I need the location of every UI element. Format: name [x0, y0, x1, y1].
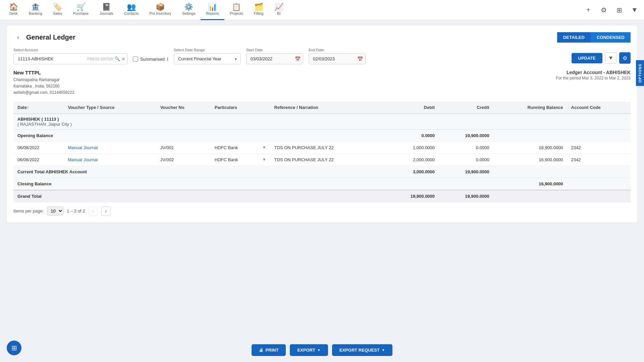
row2-running-balance: 16,900.0000: [493, 154, 567, 166]
row2-account-code: 2342: [567, 154, 631, 166]
pro-inventory-icon: 📦: [156, 3, 165, 11]
company-section: New TTTPL Channapatna Ramanagar Karnatak…: [13, 70, 631, 96]
grand-total-running: [493, 190, 567, 202]
nav-item-projects[interactable]: 📋 Projects: [224, 0, 249, 20]
options-tab[interactable]: OPTIONS: [636, 60, 644, 86]
row1-debit: 1,000.0000: [384, 141, 439, 154]
summarised-filter-group: Summarised ℹ: [133, 56, 168, 64]
end-date-wrap: 📅: [309, 53, 366, 64]
grand-total-row: Grand Total 19,900.0000 19,900.0000: [13, 190, 631, 202]
grand-total-debit: 19,900.0000: [384, 190, 439, 202]
current-total-running: [493, 166, 567, 178]
date-range-select[interactable]: Current Financial Year Last Financial Ye…: [174, 53, 241, 64]
col-date[interactable]: Date↑: [13, 102, 64, 114]
export-request-button[interactable]: EXPORT REQUEST ▼: [332, 344, 392, 356]
grid-icon: ⊞: [11, 344, 17, 352]
grid-view-button[interactable]: ⊞: [613, 4, 625, 16]
ledger-info: Ledger Account - ABHISHEK For the period…: [556, 70, 631, 80]
nav-item-pro-inventory[interactable]: 📦 Pro Inventory: [144, 0, 176, 20]
company-address-line3: ashish@gmail.com, 01144556222: [13, 89, 74, 96]
table-row: 06/08/2022 Manual Journal JV/001 HDFC Ba…: [13, 141, 631, 154]
projects-icon: 📋: [232, 3, 241, 11]
filling-icon: 🗂️: [254, 3, 263, 11]
row1-voucher-type-link[interactable]: Manual Journal: [68, 145, 98, 150]
table-row: 06/08/2022 Manual Journal JV/002 HDFC Ba…: [13, 154, 631, 166]
nav-item-journals[interactable]: 📓 Journals: [94, 0, 119, 20]
ledger-account-title: Ledger Account - ABHISHEK: [556, 70, 631, 75]
start-date-label: Start Date: [246, 48, 303, 52]
top-navigation: 🏠 Desk 🏦 Banking 🏷️ Sales 🛒 Purchase 📓 J…: [0, 0, 644, 20]
company-info: New TTTPL Channapatna Ramanagar Karnatak…: [13, 70, 74, 96]
nav-item-settings[interactable]: ⚙️ Settings: [177, 0, 201, 20]
add-button[interactable]: +: [582, 4, 594, 16]
start-date-input[interactable]: [246, 53, 303, 64]
detailed-view-button[interactable]: DETAILED: [557, 32, 591, 43]
nav-chevron-button[interactable]: ▼: [629, 4, 641, 16]
nav-item-contacts[interactable]: 👥 Contacts: [119, 0, 144, 20]
end-date-label: End Date: [309, 48, 366, 52]
print-button[interactable]: 🖨 PRINT: [252, 344, 286, 356]
filter-button[interactable]: ▼: [605, 52, 616, 64]
date-range-filter-group: Select Date Range Current Financial Year…: [174, 48, 241, 64]
column-settings-button[interactable]: ⚙: [619, 52, 631, 64]
grand-total-code: [567, 190, 631, 202]
nav-label-contacts: Contacts: [124, 11, 139, 15]
closing-balance-debit: [384, 178, 439, 190]
page-title: General Ledger: [26, 34, 75, 41]
settings-icon: ⚙️: [184, 3, 193, 11]
nav-label-pro-inventory: Pro Inventory: [149, 11, 171, 15]
clear-icon[interactable]: ✕: [121, 56, 125, 62]
end-date-filter-group: End Date 📅: [309, 48, 366, 64]
current-total-debit: 3,000.0000: [384, 166, 439, 178]
back-button[interactable]: ‹: [13, 33, 23, 42]
prev-page-button[interactable]: ‹: [89, 206, 98, 216]
banking-icon: 🏦: [31, 3, 40, 11]
row2-voucher-type-link[interactable]: Manual Journal: [68, 157, 98, 162]
nav-item-sales[interactable]: 🏷️ Sales: [48, 0, 68, 20]
row2-credit: 0.0000: [439, 154, 493, 166]
row2-expand-icon[interactable]: ▼: [262, 157, 266, 162]
info-icon[interactable]: ℹ: [167, 57, 168, 62]
col-debit: Debit: [384, 102, 439, 114]
company-name: New TTTPL: [13, 70, 74, 75]
ledger-period: For the period Mar 3, 2022 to Mar 2, 202…: [556, 76, 631, 80]
per-page-select[interactable]: 10 25 50: [47, 206, 63, 216]
bottom-bar: 🖨 PRINT EXPORT ▼ EXPORT REQUEST ▼: [0, 340, 644, 362]
end-date-input[interactable]: [309, 53, 366, 64]
nav-item-banking[interactable]: 🏦 Banking: [23, 0, 48, 20]
nav-item-filling[interactable]: 🗂️ Filling: [249, 0, 269, 20]
condensed-view-button[interactable]: CONDENSED: [591, 32, 631, 43]
export-button[interactable]: EXPORT ▼: [290, 344, 328, 356]
current-total-row: Current Total ABHISHEK Account 3,000.000…: [13, 166, 631, 178]
nav-item-desk[interactable]: 🏠 Desk: [3, 0, 23, 20]
row1-particulars-cell: HDFC Bank ▼: [215, 145, 266, 150]
company-address-line1: Channapatna Ramanagar: [13, 77, 74, 83]
grand-total-label: Grand Total: [13, 190, 384, 202]
account-filter-label: Select Account: [13, 48, 127, 52]
nav-item-reports[interactable]: 📊 Reports: [201, 0, 224, 20]
global-settings-button[interactable]: ⚙: [598, 4, 610, 16]
row1-expand-icon[interactable]: ▼: [262, 145, 266, 150]
search-icon[interactable]: 🔍: [115, 56, 120, 61]
row2-particulars: HDFC Bank ▼: [211, 154, 270, 166]
nav-item-purchase[interactable]: 🛒 Purchase: [68, 0, 94, 20]
table-body: ABHISHEK ( 11113 ) ( RAJASTHAN ,Jaipur C…: [13, 114, 631, 202]
purchase-icon: 🛒: [76, 3, 86, 11]
grid-icon-button[interactable]: ⊞: [7, 341, 21, 355]
nav-item-bi[interactable]: 📈 BI: [269, 0, 289, 20]
account-filter-group: Select Account PRESS ENTER 🔍 ✕: [13, 48, 127, 64]
row1-voucher-no: JV/001: [156, 141, 211, 154]
nav-label-banking: Banking: [29, 11, 42, 15]
account-select-actions: PRESS ENTER 🔍 ✕: [87, 56, 125, 62]
account-header-cell: ABHISHEK ( 11113 ) ( RAJASTHAN ,Jaipur C…: [13, 114, 631, 130]
current-total-label: Current Total ABHISHEK Account: [13, 166, 384, 178]
row1-credit: 0.0000: [439, 141, 493, 154]
opening-balance-label: Opening Balance: [13, 129, 384, 141]
update-button[interactable]: UPDATE: [572, 53, 602, 63]
page-title-area: ‹ General Ledger: [13, 33, 75, 42]
row2-voucher-type: Manual Journal: [64, 154, 156, 166]
next-page-button[interactable]: ›: [101, 206, 111, 216]
summarised-checkbox[interactable]: [133, 56, 138, 62]
nav-label-sales: Sales: [53, 11, 62, 15]
general-ledger-card: ‹ General Ledger DETAILED CONDENSED Sele…: [7, 25, 637, 223]
